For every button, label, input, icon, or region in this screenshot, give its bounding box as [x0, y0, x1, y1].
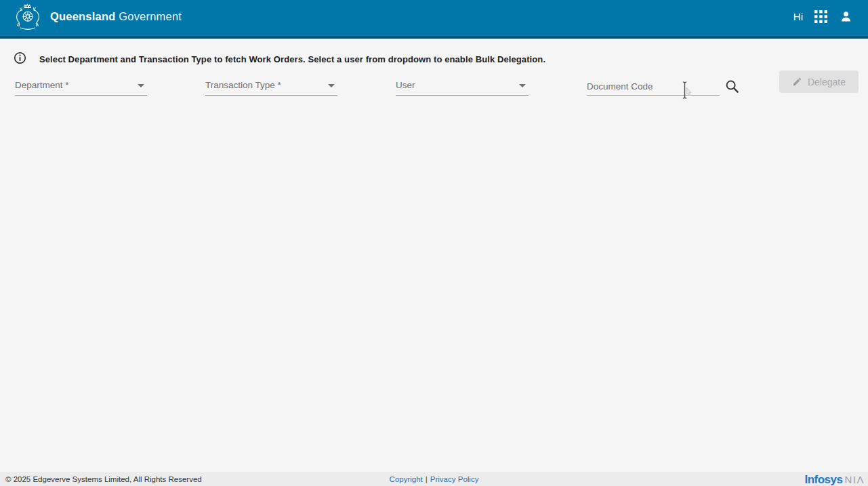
transaction-type-select-label: Transaction Type * — [205, 76, 337, 93]
header-actions: Hi — [793, 9, 853, 24]
greeting-menu[interactable]: Hi — [793, 11, 803, 22]
search-button[interactable] — [724, 78, 740, 94]
queensland-coat-of-arms-logo — [12, 3, 43, 31]
info-icon — [14, 52, 26, 67]
delegate-button[interactable]: Delegate — [779, 70, 859, 93]
footer-link-separator: | — [426, 475, 428, 483]
privacy-policy-link[interactable]: Privacy Policy — [430, 475, 479, 483]
chevron-down-icon — [328, 84, 335, 87]
app-header: Queensland Government Hi — [0, 0, 868, 39]
infosys-logo-text: Infosys — [804, 474, 842, 485]
pencil-icon — [792, 77, 802, 87]
user-profile-icon[interactable] — [839, 9, 853, 24]
search-icon — [725, 79, 739, 94]
user-select-label: User — [396, 76, 529, 93]
department-select[interactable]: Department * — [15, 76, 147, 96]
copyright-link[interactable]: Copyright — [390, 475, 423, 483]
document-code-field — [587, 76, 720, 96]
brand: Queensland Government — [12, 3, 182, 31]
user-select[interactable]: User — [396, 76, 529, 96]
document-code-input[interactable] — [587, 76, 720, 94]
app-footer: © 2025 Edgeverve Systems Limited, All Ri… — [0, 472, 868, 486]
transaction-type-select[interactable]: Transaction Type * — [205, 76, 337, 96]
apps-grid-icon[interactable] — [814, 10, 827, 23]
chevron-down-icon — [138, 84, 144, 87]
infosys-nia-logo: Infosys NIΛ — [804, 474, 865, 485]
info-banner: Select Department and Transaction Type t… — [14, 52, 854, 67]
brand-queensland: Queensland — [50, 10, 115, 22]
footer-links: Copyright|Privacy Policy — [0, 475, 868, 483]
brand-title: Queensland Government — [50, 10, 182, 23]
info-message: Select Department and Transaction Type t… — [39, 54, 545, 64]
delegate-button-label: Delegate — [808, 77, 846, 87]
nia-logo-text: NIΛ — [844, 474, 865, 485]
chevron-down-icon — [519, 84, 526, 87]
brand-government: Government — [119, 10, 182, 22]
department-select-label: Department * — [15, 76, 147, 93]
